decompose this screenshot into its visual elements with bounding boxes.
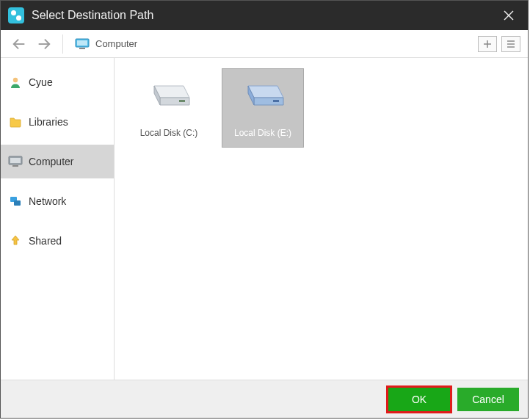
nav-back-button[interactable] (8, 33, 30, 55)
drive-item-c[interactable]: Local Disk (C:) (128, 68, 210, 148)
arrow-right-icon (36, 36, 52, 52)
sidebar-item-libraries[interactable]: Libraries (1, 105, 114, 139)
dialog-window: Select Destination Path Computer (0, 0, 529, 419)
close-button[interactable] (497, 4, 520, 27)
sidebar-item-label: Libraries (29, 116, 68, 128)
sidebar-item-shared[interactable]: Shared (1, 224, 114, 258)
svg-rect-25 (273, 100, 279, 102)
sidebar-item-network[interactable]: Network (1, 184, 114, 218)
new-folder-button[interactable] (478, 36, 497, 52)
libraries-icon (8, 115, 23, 129)
separator (62, 35, 63, 54)
titlebar: Select Destination Path (1, 1, 528, 30)
close-icon (504, 10, 514, 21)
sidebar: Cyue Libraries Computer Network (1, 58, 115, 380)
nav-forward-button[interactable] (33, 33, 55, 55)
sidebar-item-label: Cyue (29, 76, 53, 88)
drive-icon (145, 76, 192, 112)
svg-rect-17 (14, 200, 21, 206)
list-icon (506, 39, 516, 49)
breadcrumb-label: Computer (95, 38, 137, 49)
drive-label: Local Disk (E:) (234, 128, 291, 138)
cancel-button[interactable]: Cancel (457, 388, 519, 411)
sidebar-item-computer[interactable]: Computer (1, 145, 114, 178)
ok-button[interactable]: OK (388, 388, 450, 411)
sidebar-item-label: Network (29, 195, 66, 207)
drive-item-e[interactable]: Local Disk (E:) (222, 68, 304, 148)
footer: OK Cancel (1, 380, 528, 418)
window-title: Select Destination Path (32, 9, 497, 22)
svg-rect-6 (79, 48, 85, 49)
view-list-button[interactable] (501, 36, 520, 52)
svg-rect-14 (10, 158, 21, 163)
drive-label: Local Disk (C:) (140, 128, 198, 138)
toolbar: Computer (1, 30, 528, 58)
toolbar-right (478, 36, 520, 52)
breadcrumb[interactable]: Computer (70, 38, 475, 50)
svg-rect-15 (12, 165, 18, 167)
sidebar-item-label: Computer (29, 156, 73, 167)
user-icon (8, 75, 23, 90)
computer-icon (75, 38, 90, 50)
arrow-left-icon (11, 36, 27, 52)
svg-point-12 (13, 78, 18, 82)
computer-icon (8, 154, 23, 169)
sidebar-item-label: Shared (29, 235, 62, 247)
content-pane: Local Disk (C:) Local Disk (E:) (115, 58, 528, 380)
sidebar-item-cyue[interactable]: Cyue (1, 65, 114, 99)
svg-rect-5 (77, 40, 87, 46)
plus-icon (482, 39, 493, 49)
svg-rect-21 (179, 100, 185, 102)
network-icon (8, 194, 23, 209)
drive-icon (239, 76, 286, 112)
shared-icon (8, 233, 23, 248)
app-icon (8, 7, 24, 23)
body: Cyue Libraries Computer Network (1, 58, 528, 380)
